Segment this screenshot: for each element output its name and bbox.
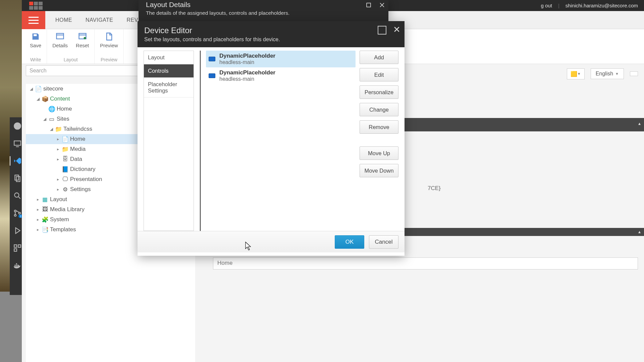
device-editor-tabs: Layout Controls Placeholder Settings (144, 51, 194, 231)
tab-layout[interactable]: Layout (144, 51, 194, 64)
maximize-button[interactable] (378, 26, 386, 35)
docker-icon[interactable] (13, 261, 22, 270)
rendering-icon (209, 57, 215, 61)
close-button[interactable]: ✕ (393, 24, 400, 35)
dialog-subtitle: The details of the assigned layouts, con… (139, 9, 388, 16)
action-buttons: Add Edit Personalize Change Remove Move … (360, 51, 398, 231)
chevron-up-icon[interactable]: ▴ (638, 229, 641, 234)
guid-fragment: 7CE} (428, 185, 441, 192)
control-row[interactable]: DynamicPlaceholder headless-main (206, 67, 356, 84)
svg-rect-2 (15, 175, 18, 180)
group-label-preview: Preview (100, 57, 118, 62)
reset-label: Reset (76, 43, 89, 48)
version-dropdown[interactable] (630, 71, 638, 76)
dialog-header: Device Editor Set the layouts, controls … (138, 21, 405, 47)
add-button[interactable]: Add (360, 51, 398, 64)
move-up-button[interactable]: Move Up (360, 146, 398, 160)
language-label: English (596, 71, 613, 77)
language-dropdown[interactable]: English▼ (591, 68, 624, 79)
svg-rect-14 (16, 263, 17, 264)
device-editor-dialog: Device Editor Set the layouts, controls … (138, 21, 405, 256)
chevron-up-icon[interactable]: ▴ (638, 121, 641, 126)
preview-label: Preview (100, 43, 118, 48)
svg-rect-12 (16, 265, 17, 266)
github-icon[interactable] (13, 121, 22, 131)
user-email[interactable]: shinichi.haramizu@sitecore.com (566, 3, 638, 8)
source-control-icon[interactable]: 1 (13, 208, 22, 218)
extensions-icon[interactable] (13, 243, 22, 253)
separator: | (558, 3, 559, 8)
dialog-subtitle: Set the layouts, controls and placeholde… (144, 37, 398, 43)
rendering-icon (209, 73, 215, 78)
cancel-button[interactable]: Cancel (369, 235, 398, 249)
search-activity-icon[interactable] (13, 191, 22, 200)
save-button[interactable]: Save (30, 32, 41, 48)
maximize-button[interactable] (364, 0, 374, 10)
ok-button[interactable]: OK (335, 235, 364, 249)
control-row[interactable]: DynamicPlaceholder headless-main (206, 51, 356, 67)
svg-rect-9 (18, 245, 21, 247)
mouse-cursor-icon (245, 241, 252, 251)
group-label-write: Write (30, 57, 41, 62)
tab-home[interactable]: HOME (49, 11, 79, 29)
control-name: DynamicPlaceholder (219, 69, 275, 76)
control-placeholder: headless-main (219, 59, 275, 65)
reset-button[interactable]: Reset (76, 32, 89, 48)
field-home[interactable]: Home (213, 257, 638, 269)
svg-point-0 (14, 122, 21, 130)
svg-rect-10 (14, 249, 17, 251)
details-label: Details (52, 43, 68, 48)
control-placeholder: headless-main (219, 76, 275, 82)
save-label: Save (30, 43, 41, 48)
svg-rect-15 (57, 34, 64, 39)
flag-dropdown[interactable]: 🟨▼ (567, 68, 585, 79)
tab-placeholder-settings[interactable]: Placeholder Settings (144, 78, 194, 98)
dialog-title: Device Editor (144, 26, 398, 35)
edit-button[interactable]: Edit (360, 68, 398, 81)
remove-button[interactable]: Remove (360, 120, 398, 134)
logout-link[interactable]: g out (541, 3, 552, 8)
move-down-button[interactable]: Move Down (360, 164, 398, 177)
tab-navigate[interactable]: NAVIGATE (79, 11, 120, 29)
svg-rect-18 (367, 3, 371, 7)
close-button[interactable] (377, 0, 387, 10)
control-name: DynamicPlaceholder (219, 53, 275, 59)
change-button[interactable]: Change (360, 103, 398, 116)
flag-icon: 🟨 (571, 71, 577, 77)
controls-list: DynamicPlaceholder headless-main Dynamic… (200, 51, 356, 231)
dialog-footer: OK Cancel (138, 231, 405, 252)
details-button[interactable]: Details (52, 32, 68, 48)
vscode-icon[interactable] (13, 156, 22, 166)
tab-controls[interactable]: Controls (144, 64, 194, 78)
personalize-button[interactable]: Personalize (360, 85, 398, 99)
hamburger-menu-button[interactable] (22, 11, 45, 29)
dialog-title: Layout Details (139, 0, 388, 9)
group-label-layout: Layout (52, 57, 89, 62)
remote-icon[interactable] (13, 139, 22, 148)
preview-button[interactable]: Preview (100, 32, 118, 48)
svg-point-6 (14, 215, 16, 216)
svg-rect-11 (14, 265, 15, 266)
debug-icon[interactable] (13, 226, 22, 235)
svg-point-17 (84, 37, 86, 39)
svg-point-4 (14, 193, 19, 197)
svg-rect-1 (14, 141, 21, 145)
sitecore-logo-icon[interactable] (29, 2, 43, 10)
files-icon[interactable] (13, 174, 22, 183)
svg-rect-8 (14, 245, 17, 247)
svg-point-5 (14, 210, 16, 212)
search-placeholder: Search (30, 68, 47, 74)
layout-details-dialog: Layout Details The details of the assign… (139, 0, 388, 21)
